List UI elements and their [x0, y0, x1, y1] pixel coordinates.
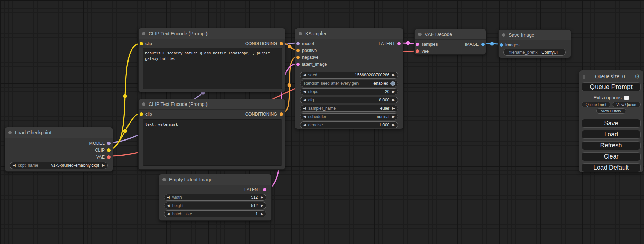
slot-dot-images[interactable] — [500, 43, 503, 47]
node-vae-decode[interactable]: VAE Decode samples IMAGE vae — [414, 29, 486, 55]
decrement-arrow-icon[interactable]: ◀ — [303, 107, 306, 110]
widget-steps[interactable]: ◀ steps 20 ▶ — [300, 88, 398, 95]
widget-denoise[interactable]: ◀ denoise 1.000 ▶ — [300, 121, 398, 128]
slot-dot-latent-image[interactable] — [296, 63, 300, 66]
node-titlebar[interactable]: CLIP Text Encode (Prompt) — [139, 99, 285, 110]
output-slot-latent[interactable]: LATENT — [379, 41, 401, 46]
decrement-arrow-icon[interactable]: ◀ — [167, 204, 170, 207]
input-slot-images[interactable]: images — [500, 43, 519, 47]
node-titlebar[interactable]: Save Image — [499, 30, 571, 40]
widget-ckpt-name[interactable]: ◀ ckpt_name v1-5-pruned-emaonly.ckpt ▶ — [10, 162, 108, 169]
increment-arrow-icon[interactable]: ▶ — [261, 212, 263, 216]
extra-options-checkbox[interactable] — [624, 96, 629, 100]
increment-arrow-icon[interactable]: ▶ — [392, 90, 395, 93]
collapse-dot-icon[interactable] — [8, 131, 12, 134]
decrement-arrow-icon[interactable]: ◀ — [303, 73, 306, 77]
decrement-arrow-icon[interactable]: ◀ — [303, 98, 306, 102]
slot-dot-conditioning[interactable] — [280, 42, 283, 45]
slot-dot-negative[interactable] — [296, 56, 300, 59]
slot-dot-latent[interactable] — [263, 188, 266, 191]
slot-dot-image[interactable] — [481, 43, 485, 46]
node-empty-latent-image[interactable]: Empty Latent Image LATENT ◀ width 512 ▶ … — [159, 174, 272, 221]
slot-dot-samples[interactable] — [416, 43, 419, 46]
output-slot-model[interactable]: MODEL — [89, 141, 111, 146]
decrement-arrow-icon[interactable]: ◀ — [303, 123, 306, 127]
view-queue-button[interactable]: View Queue — [612, 102, 641, 107]
slot-dot-conditioning[interactable] — [280, 112, 283, 116]
widget-scheduler[interactable]: ◀ scheduler normal ▶ — [300, 113, 398, 120]
output-slot-image[interactable]: IMAGE — [465, 42, 485, 47]
load-default-button[interactable]: Load Default — [582, 163, 641, 172]
slot-dot-clip[interactable] — [140, 42, 143, 45]
slot-dot-clip[interactable] — [140, 112, 143, 116]
widget-random-seed[interactable]: Random seed after every gen enabled — [300, 80, 398, 87]
node-load-checkpoint[interactable]: Load Checkpoint MODEL CLIP VAE — [5, 127, 113, 172]
decrement-arrow-icon[interactable]: ◀ — [167, 196, 170, 199]
node-titlebar[interactable]: Empty Latent Image — [159, 174, 271, 185]
output-slot-vae[interactable]: VAE — [96, 155, 111, 160]
node-clip-text-encode-positive[interactable]: CLIP Text Encode (Prompt) clip CONDITION… — [138, 28, 285, 92]
output-slot-conditioning[interactable]: CONDITIONING — [245, 112, 283, 117]
input-slot-clip[interactable]: clip — [140, 41, 152, 46]
prompt-textarea[interactable]: beautiful scenery nature glass bottle la… — [143, 48, 282, 89]
drag-handle-icon[interactable] — [582, 74, 585, 79]
slot-dot-vae[interactable] — [107, 155, 111, 159]
node-titlebar[interactable]: CLIP Text Encode (Prompt) — [139, 28, 285, 39]
increment-arrow-icon[interactable]: ▶ — [392, 73, 395, 77]
input-slot-samples[interactable]: samples — [416, 42, 438, 47]
output-slot-latent[interactable]: LATENT — [244, 187, 266, 192]
collapse-dot-icon[interactable] — [418, 33, 422, 36]
collapse-dot-icon[interactable] — [299, 32, 302, 35]
slot-dot-latent[interactable] — [397, 42, 401, 45]
decrement-arrow-icon[interactable]: ◀ — [167, 212, 170, 216]
increment-arrow-icon[interactable]: ▶ — [392, 123, 395, 127]
collapse-dot-icon[interactable] — [162, 178, 166, 181]
prompt-textarea[interactable]: text, watermark — [143, 119, 282, 166]
widget-width[interactable]: ◀ width 512 ▶ — [164, 194, 266, 201]
node-clip-text-encode-negative[interactable]: CLIP Text Encode (Prompt) clip CONDITION… — [138, 99, 285, 170]
save-button[interactable]: Save — [582, 119, 641, 128]
input-slot-positive[interactable]: positive — [296, 48, 317, 53]
node-ksampler[interactable]: KSampler model LATENT positive — [295, 28, 403, 129]
toggle-indicator[interactable] — [390, 81, 395, 86]
refresh-button[interactable]: Refresh — [582, 141, 641, 150]
increment-arrow-icon[interactable]: ▶ — [392, 115, 395, 118]
widget-batch-size[interactable]: ◀ batch_size 1 ▶ — [164, 210, 266, 217]
slot-dot-model[interactable] — [107, 142, 111, 145]
node-titlebar[interactable]: VAE Decode — [415, 29, 486, 40]
widget-seed[interactable]: ◀ seed 156680208700286 ▶ — [300, 72, 398, 79]
collapse-dot-icon[interactable] — [502, 33, 505, 37]
slot-dot-model[interactable] — [296, 42, 300, 45]
output-slot-conditioning[interactable]: CONDITIONING — [245, 41, 283, 46]
decrement-arrow-icon[interactable]: ◀ — [303, 90, 306, 93]
widget-height[interactable]: ◀ height 512 ▶ — [164, 202, 266, 209]
input-slot-latent-image[interactable]: latent_image — [296, 62, 327, 67]
input-slot-model[interactable]: model — [296, 41, 314, 46]
collapse-dot-icon[interactable] — [142, 32, 145, 35]
slot-dot-positive[interactable] — [296, 49, 300, 52]
widget-filename-prefix[interactable]: filename_prefix ComfyUI — [503, 49, 566, 56]
load-button[interactable]: Load — [582, 130, 641, 139]
output-slot-clip[interactable]: CLIP — [95, 148, 111, 153]
slot-dot-vae[interactable] — [416, 49, 419, 53]
input-slot-clip[interactable]: clip — [140, 112, 152, 117]
widget-cfg[interactable]: ◀ cfg 8.000 ▶ — [300, 97, 398, 103]
clear-button[interactable]: Clear — [582, 152, 641, 161]
input-slot-negative[interactable]: negative — [296, 55, 318, 60]
node-save-image[interactable]: Save Image images filename_prefix ComfyU… — [498, 29, 571, 58]
gear-icon[interactable]: ⚙ — [635, 74, 640, 80]
widget-sampler-name[interactable]: ◀ sampler_name euler ▶ — [300, 105, 398, 112]
increment-arrow-icon[interactable]: ▶ — [261, 204, 263, 207]
increment-arrow-icon[interactable]: ▶ — [102, 164, 105, 167]
slot-dot-clip[interactable] — [107, 148, 111, 152]
queue-front-button[interactable]: Queue Front — [582, 102, 610, 107]
increment-arrow-icon[interactable]: ▶ — [392, 98, 395, 102]
increment-arrow-icon[interactable]: ▶ — [261, 196, 263, 199]
node-titlebar[interactable]: KSampler — [295, 28, 403, 39]
decrement-arrow-icon[interactable]: ◀ — [303, 115, 306, 118]
collapse-dot-icon[interactable] — [142, 102, 145, 106]
decrement-arrow-icon[interactable]: ◀ — [13, 164, 16, 167]
queue-prompt-button[interactable]: Queue Prompt — [582, 82, 641, 91]
increment-arrow-icon[interactable]: ▶ — [392, 107, 395, 110]
graph-canvas[interactable]: Load Checkpoint MODEL CLIP VAE — [0, 0, 644, 244]
